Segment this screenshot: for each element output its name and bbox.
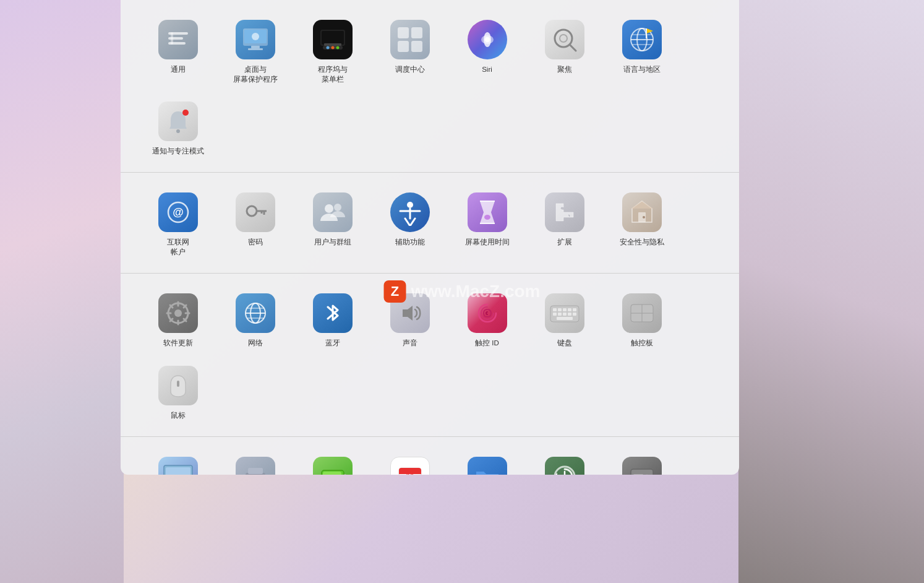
pref-chukongban[interactable]: 触控板: [603, 286, 680, 358]
pref-shubiao[interactable]: 鼠标: [139, 358, 216, 430]
svg-marker-73: [403, 306, 413, 321]
pref-riqi[interactable]: JUL 17 日期与时间: [371, 449, 448, 475]
svg-rect-84: [573, 313, 576, 316]
pref-xianshiqi[interactable]: 显示器: [139, 449, 216, 475]
svg-marker-55: [631, 201, 653, 209]
svg-point-27: [560, 35, 567, 42]
svg-rect-100: [323, 472, 341, 475]
pref-chengxudui[interactable]: 程序坞与菜单栏: [294, 12, 371, 94]
svg-rect-79: [573, 308, 576, 311]
pref-qidong[interactable]: 启动磁盘: [603, 449, 680, 475]
svg-rect-17: [398, 27, 409, 38]
shubiao-icon: [158, 366, 198, 405]
dayinji-icon: [236, 457, 275, 475]
svg-rect-89: [177, 381, 179, 387]
ruanjian-label: 软件更新: [163, 338, 193, 348]
section-hardware: 软件更新 网络: [121, 273, 739, 436]
pref-zhuomian[interactable]: 桌面与屏幕保护程序: [216, 12, 294, 94]
pref-dianchi[interactable]: 电池: [294, 449, 371, 475]
svg-rect-1: [168, 37, 183, 40]
pref-shengyin[interactable]: 声音: [371, 286, 448, 358]
jianpan-label: 键盘: [557, 338, 572, 348]
pref-bluetooth[interactable]: 蓝牙: [294, 286, 371, 358]
jujiao-icon: [545, 20, 584, 59]
yuyan-icon: [622, 20, 662, 59]
svg-rect-11: [324, 43, 341, 46]
jujiao-label: 聚焦: [557, 64, 572, 74]
siri-label: Siri: [482, 64, 492, 74]
svg-rect-85: [557, 317, 573, 320]
pref-yuyan[interactable]: 语言与地区: [603, 12, 680, 94]
pref-jianpan[interactable]: 键盘: [526, 286, 603, 358]
siri-icon: [468, 20, 507, 59]
fuzhu-label: 辅助功能: [395, 237, 425, 247]
svg-rect-33: [646, 28, 647, 38]
pref-kuozhan[interactable]: 扩展: [526, 185, 603, 267]
bluetooth-label: 蓝牙: [325, 338, 340, 348]
pref-yonghu[interactable]: 用户与群组: [294, 185, 371, 267]
svg-rect-97: [248, 468, 263, 474]
svg-point-59: [174, 309, 182, 317]
pref-mima[interactable]: 密码: [216, 185, 294, 267]
dianchi-icon: [313, 457, 353, 475]
anquan-label: 安全性与隐私: [620, 237, 664, 247]
pref-siri[interactable]: Siri: [448, 12, 526, 94]
svg-point-15: [331, 46, 334, 50]
svg-rect-81: [558, 313, 562, 316]
chukong-icon: [468, 293, 507, 333]
wangluo-icon: [236, 293, 275, 333]
yonghu-icon: [313, 192, 353, 232]
icons-grid-4: 显示器 打印机与扫描仪: [139, 449, 721, 475]
pref-tiaodu[interactable]: 调度中心: [371, 12, 448, 94]
hulianwang-label: 互联网帐户: [167, 237, 189, 257]
pref-fuzhu[interactable]: 辅助功能: [371, 185, 448, 267]
svg-rect-20: [411, 41, 422, 52]
ruanjian-icon: [158, 293, 198, 333]
shengyin-label: 声音: [403, 338, 417, 348]
yonghu-label: 用户与群组: [314, 237, 351, 247]
pref-wangluo[interactable]: 网络: [216, 286, 294, 358]
svg-rect-80: [553, 313, 557, 316]
svg-rect-77: [563, 308, 567, 311]
pref-dayinji[interactable]: 打印机与扫描仪: [216, 449, 294, 475]
svg-line-49: [410, 218, 415, 226]
pref-ruanjian[interactable]: 软件更新: [139, 286, 216, 358]
anquan-icon: [622, 192, 662, 232]
pref-tongyong[interactable]: 通用: [139, 12, 216, 94]
section-general: 通用 桌面与屏幕保护程序: [121, 0, 739, 172]
shijian-icon: [545, 457, 584, 475]
kuozhan-icon: [545, 192, 584, 232]
svg-point-45: [407, 202, 413, 208]
svg-point-36: [182, 110, 189, 116]
mima-icon: [236, 192, 275, 232]
svg-point-16: [336, 46, 339, 50]
qidong-icon: [622, 457, 662, 475]
pref-hulianwang[interactable]: @ 互联网帐户: [139, 185, 216, 267]
tongzhi-label: 通知与专注模式: [152, 146, 204, 156]
jianpan-icon: [545, 293, 584, 333]
wangluo-label: 网络: [248, 338, 263, 348]
svg-rect-91: [166, 467, 190, 475]
section-system: 显示器 打印机与扫描仪: [121, 436, 739, 475]
pref-pingmu[interactable]: 屏幕使用时间: [448, 185, 526, 267]
svg-point-39: [247, 206, 257, 216]
pref-chukong[interactable]: 触控 ID: [448, 286, 526, 358]
pref-shijian[interactable]: 时间机器: [526, 449, 603, 475]
svg-rect-7: [248, 48, 263, 50]
svg-point-24: [485, 37, 490, 42]
svg-rect-18: [411, 27, 422, 38]
chukongban-icon: [622, 293, 662, 333]
svg-point-57: [643, 216, 645, 218]
shengyin-icon: [390, 293, 430, 333]
shubiao-label: 鼠标: [171, 410, 186, 420]
fuzhu-icon: [390, 192, 430, 232]
pref-jujiao[interactable]: 聚焦: [526, 12, 603, 94]
svg-point-35: [176, 129, 180, 133]
pref-gongxiang[interactable]: 共享: [448, 449, 526, 475]
yuyan-label: 语言与地区: [623, 64, 661, 74]
pref-anquan[interactable]: 安全性与隐私: [603, 185, 680, 267]
tiaodu-icon: [390, 20, 430, 59]
pref-tongzhi[interactable]: 通知与专注模式: [139, 94, 216, 166]
icons-grid-2: @ 互联网帐户 密码: [139, 185, 721, 267]
svg-text:@: @: [173, 206, 184, 218]
